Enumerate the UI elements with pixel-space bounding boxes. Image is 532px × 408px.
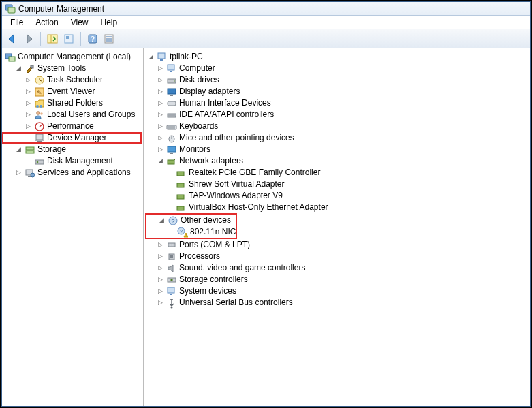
collapse-icon[interactable]: ◢ <box>157 217 166 225</box>
back-button[interactable] <box>5 31 20 46</box>
collapse-icon[interactable]: ◢ <box>14 146 22 154</box>
device-mice[interactable]: ▷ Mice and other pointing devices <box>145 132 529 144</box>
svg-rect-27 <box>37 141 42 142</box>
device-ports[interactable]: ▷ Ports (COM & LPT) <box>145 239 529 251</box>
device-disk-drives[interactable]: ▷ Disk drives <box>145 74 529 86</box>
expand-icon[interactable]: ▷ <box>156 76 164 84</box>
device-manager-icon <box>34 133 45 144</box>
expand-icon[interactable]: ▷ <box>24 111 32 119</box>
device-root[interactable]: ◢ tplink-PC <box>145 51 529 63</box>
tree-label: tplink-PC <box>170 51 203 63</box>
expand-icon[interactable]: ▷ <box>14 169 22 177</box>
device-net-realtek[interactable]: Realtek PCIe GBE Family Controller <box>145 167 529 178</box>
tree-label: Sound, video and game controllers <box>179 262 305 274</box>
tree-services-apps[interactable]: ▷ Services and Applications <box>3 167 142 178</box>
nic-icon <box>176 202 187 213</box>
svg-rect-26 <box>36 134 43 140</box>
tree-shared-folders[interactable]: ▷ Shared Folders <box>3 97 142 109</box>
expand-icon[interactable]: ▷ <box>24 123 32 131</box>
expand-icon[interactable]: ▷ <box>156 99 164 108</box>
expand-icon[interactable]: ▷ <box>156 299 164 307</box>
help-button[interactable]: ? <box>85 31 100 46</box>
collapse-icon[interactable]: ◢ <box>146 53 155 61</box>
tree-system-tools[interactable]: ◢ System Tools <box>3 63 142 74</box>
expand-icon[interactable]: ▷ <box>156 241 164 249</box>
device-storage-controllers[interactable]: ▷ Storage controllers <box>145 274 529 285</box>
clock-icon <box>34 75 45 86</box>
tree-label: Ports (COM & LPT) <box>179 239 250 251</box>
tree-root[interactable]: Computer Management (Local) <box>3 51 142 63</box>
expand-icon[interactable]: ▷ <box>156 253 164 261</box>
menu-file[interactable]: File <box>5 16 29 29</box>
device-ide[interactable]: ▷ IDE ATA/ATAPI controllers <box>145 109 529 121</box>
tree-label: Computer Management (Local) <box>18 51 131 63</box>
tree-task-scheduler[interactable]: ▷ Task Scheduler <box>3 74 142 86</box>
svg-line-25 <box>40 125 42 127</box>
toolbar-separator <box>80 32 81 46</box>
expand-icon[interactable]: ▷ <box>24 76 32 84</box>
tree-label: System devices <box>179 285 236 297</box>
expand-icon[interactable]: ▷ <box>156 146 164 154</box>
expand-placeholder <box>166 192 174 200</box>
expand-icon[interactable]: ▷ <box>156 88 164 96</box>
tree-event-viewer[interactable]: ▷ ✎ Event Viewer <box>3 86 142 97</box>
svg-point-20 <box>36 105 39 108</box>
show-hide-button[interactable] <box>45 31 60 46</box>
expand-icon[interactable]: ▷ <box>156 111 164 119</box>
tree-storage[interactable]: ◢ Storage <box>3 144 142 155</box>
menu-action[interactable]: Action <box>30 16 63 29</box>
expand-icon[interactable]: ▷ <box>156 276 164 284</box>
tree-performance[interactable]: ▷ Performance <box>3 121 142 132</box>
device-keyboards[interactable]: ▷ Keyboards <box>145 121 529 132</box>
device-net-shrew[interactable]: Shrew Soft Virtual Adapter <box>145 178 529 190</box>
device-other-devices[interactable]: ◢ ? Other devices <box>146 215 236 226</box>
svg-text:✎: ✎ <box>37 89 42 96</box>
svg-text:?: ? <box>180 229 183 234</box>
expand-icon[interactable]: ▷ <box>156 123 164 131</box>
properties-button[interactable] <box>61 31 76 46</box>
device-usb[interactable]: ▷ Universal Serial Bus controllers <box>145 297 529 309</box>
usb-icon <box>166 298 177 309</box>
forward-button[interactable] <box>21 31 36 46</box>
collapse-icon[interactable]: ◢ <box>156 157 164 166</box>
collapse-icon[interactable]: ◢ <box>14 65 22 73</box>
svg-rect-49 <box>167 125 176 129</box>
unknown-icon: ? <box>168 215 178 226</box>
menu-view[interactable]: View <box>65 16 94 29</box>
expand-icon[interactable]: ▷ <box>24 99 32 108</box>
monitor-icon <box>166 144 177 155</box>
tree-disk-management[interactable]: Disk Management <box>3 155 142 167</box>
svg-rect-1 <box>8 7 15 13</box>
device-display[interactable]: ▷ Display adapters <box>145 86 529 97</box>
device-network-adapters[interactable]: ◢ Network adapters <box>145 155 529 167</box>
svg-rect-39 <box>168 65 174 70</box>
device-processors[interactable]: ▷ Processors <box>145 251 529 262</box>
tree-device-manager[interactable]: Device Manager <box>2 132 142 144</box>
expand-icon[interactable]: ▷ <box>156 287 164 296</box>
expand-icon[interactable]: ▷ <box>156 134 164 142</box>
main-body: Computer Management (Local) ◢ System Too… <box>2 48 530 406</box>
device-80211n-nic[interactable]: ? ! 802.11n NIC <box>146 226 236 238</box>
mouse-icon <box>166 133 177 144</box>
expand-icon[interactable]: ▷ <box>156 65 164 73</box>
svg-rect-44 <box>170 95 173 96</box>
device-sound[interactable]: ▷ Sound, video and game controllers <box>145 262 529 274</box>
menu-help[interactable]: Help <box>95 16 123 29</box>
tree-label: Shrew Soft Virtual Adapter <box>189 178 285 190</box>
toolbar-separator <box>40 32 41 46</box>
device-computer[interactable]: ▷ Computer <box>145 63 529 74</box>
refresh-button[interactable] <box>101 31 116 46</box>
display-icon <box>166 87 177 97</box>
svg-rect-5 <box>66 36 69 39</box>
tree-local-users[interactable]: ▷ Local Users and Groups <box>3 109 142 121</box>
device-net-vbox[interactable]: VirtualBox Host-Only Ethernet Adapter <box>145 202 529 213</box>
expand-icon[interactable]: ▷ <box>24 88 32 96</box>
app-icon <box>5 3 16 14</box>
device-system-devices[interactable]: ▷ System devices <box>145 285 529 297</box>
disk-icon <box>166 75 177 86</box>
device-hid[interactable]: ▷ Human Interface Devices <box>145 97 529 109</box>
ide-icon <box>166 110 177 121</box>
device-monitors[interactable]: ▷ Monitors <box>145 144 529 155</box>
device-net-tap[interactable]: TAP-Windows Adapter V9 <box>145 190 529 202</box>
expand-icon[interactable]: ▷ <box>156 264 164 272</box>
